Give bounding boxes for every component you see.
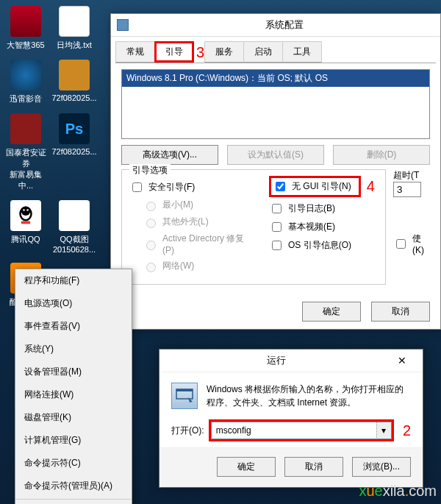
no-gui-boot-checkbox[interactable]: 无 GUI 引导(N) — [269, 176, 361, 197]
open-combobox[interactable]: ▾ — [209, 419, 394, 441]
msconfig-titlebar[interactable]: 系统配置 — [111, 14, 440, 37]
msconfig-window: 系统配置 常规 引导 3 服务 启动 工具 Windows 8.1 Pro (C… — [110, 13, 441, 330]
run-titlebar[interactable]: 运行 ✕ — [159, 349, 423, 372]
desktop-icon-img1[interactable]: 72f082025... — [51, 60, 97, 104]
icon-label: 72f082025... — [51, 147, 96, 156]
svg-point-3 — [23, 209, 25, 211]
set-default-button: 设为默认值(S) — [227, 145, 324, 165]
menu-divider — [15, 499, 132, 500]
safeboot-minimal: 最小(M) — [143, 199, 254, 211]
menu-system[interactable]: 系统(Y) — [15, 338, 132, 361]
tab-boot[interactable]: 引导 — [154, 41, 194, 63]
timeout-label: 超时(T — [393, 169, 430, 182]
desktop-icon-qqjt[interactable]: QQ截图 20150628... — [51, 200, 97, 254]
delete-button: 删除(D) — [333, 145, 430, 165]
qq-icon — [15, 205, 37, 227]
boot-list[interactable]: Windows 8.1 Pro (C:\Windows)：当前 OS; 默认 O… — [121, 69, 430, 139]
run-ok-button[interactable]: 确定 — [217, 457, 276, 477]
menu-computer-mgmt[interactable]: 计算机管理(G) — [15, 429, 132, 452]
run-title: 运行 — [165, 354, 387, 367]
winx-menu: 程序和功能(F) 电源选项(O) 事件查看器(V) 系统(Y) 设备管理器(M)… — [15, 269, 132, 504]
msconfig-title: 系统配置 — [135, 18, 434, 32]
menu-power-options[interactable]: 电源选项(O) — [15, 292, 132, 315]
safeboot-shell: 其他外壳(L) — [143, 216, 254, 228]
desktop-icon-txt[interactable]: 日均浅.txt — [51, 6, 97, 51]
timeout-input[interactable] — [393, 182, 421, 197]
icon-label: QQ截图 20150628... — [53, 235, 96, 254]
ok-button[interactable]: 确定 — [302, 302, 361, 322]
svg-rect-7 — [176, 389, 193, 391]
menu-network[interactable]: 网络连接(W) — [15, 383, 132, 406]
svg-point-2 — [21, 207, 31, 216]
svg-point-4 — [26, 209, 29, 211]
menu-task-manager[interactable]: 任务管理器(T) — [15, 501, 132, 504]
annotation-3: 3 — [196, 44, 204, 61]
menu-programs-features[interactable]: 程序和功能(F) — [15, 269, 132, 292]
safeboot-checkbox[interactable]: 安全引导(F) — [129, 180, 254, 194]
boot-options-group: 引导选项 安全引导(F) 最小(M) 其他外壳(L) — [121, 169, 386, 285]
safeboot-ad: Active Directory 修复(P) — [143, 233, 254, 255]
base-video-checkbox[interactable]: 基本视频(E) — [269, 220, 378, 234]
group-title: 引导选项 — [129, 164, 171, 177]
svg-rect-5 — [21, 221, 31, 224]
run-browse-button[interactable]: 浏览(B)... — [352, 457, 411, 477]
make-permanent-checkbox[interactable]: 使 (K) — [393, 233, 430, 255]
boot-log-checkbox[interactable]: 引导日志(B) — [269, 202, 378, 216]
tabs: 常规 引导 3 服务 启动 工具 — [115, 41, 436, 63]
desktop-icon-qq[interactable]: 腾讯QQ — [3, 200, 49, 254]
icon-label: 腾讯QQ — [11, 235, 40, 244]
menu-device-manager[interactable]: 设备管理器(M) — [15, 361, 132, 383]
cancel-button[interactable]: 取消 — [371, 302, 430, 322]
run-icon — [171, 383, 198, 409]
desktop-icon-xunlei[interactable]: 迅雷影音 — [3, 60, 49, 104]
os-boot-info-checkbox[interactable]: OS 引导信息(O) — [269, 238, 378, 252]
tab-services[interactable]: 服务 — [204, 41, 244, 63]
icon-label: 迅雷影音 — [10, 94, 42, 103]
run-cancel-button[interactable]: 取消 — [284, 457, 343, 477]
desktop-icon-dzh[interactable]: 大智慧365 — [3, 6, 49, 51]
msconfig-icon — [117, 19, 129, 31]
icon-label: 72f082025... — [51, 93, 96, 102]
icon-label: 国泰君安证券 新富易集中... — [6, 148, 46, 190]
safeboot-network: 网络(W) — [143, 260, 254, 272]
menu-cmd[interactable]: 命令提示符(C) — [15, 452, 132, 475]
dropdown-arrow-icon[interactable]: ▾ — [377, 422, 392, 439]
open-label: 打开(O): — [171, 425, 204, 437]
menu-event-viewer[interactable]: 事件查看器(V) — [15, 315, 132, 338]
icon-label: 大智慧365 — [7, 40, 44, 49]
close-button[interactable]: ✕ — [387, 355, 417, 366]
run-dialog: 运行 ✕ Windows 将根据你所输入的名称，为你打开相应的程序、文件夹、文档… — [159, 349, 423, 488]
tab-startup[interactable]: 启动 — [243, 41, 283, 63]
open-input[interactable] — [211, 422, 377, 439]
annotation-4: 4 — [367, 178, 375, 195]
watermark: xuexila.com — [359, 483, 437, 500]
menu-cmd-admin[interactable]: 命令提示符(管理员)(A) — [15, 475, 132, 497]
tab-tools[interactable]: 工具 — [282, 41, 322, 63]
menu-disk-mgmt[interactable]: 磁盘管理(K) — [15, 406, 132, 429]
icon-label: 日均浅.txt — [57, 40, 92, 49]
annotation-2: 2 — [403, 422, 411, 439]
tab-general[interactable]: 常规 — [115, 41, 155, 63]
desktop-icon-gtja[interactable]: 国泰君安证券 新富易集中... — [3, 113, 49, 191]
run-description: Windows 将根据你所输入的名称，为你打开相应的程序、文件夹、文档或 Int… — [207, 383, 411, 409]
timeout-column: 超时(T 使 (K) — [393, 169, 430, 285]
advanced-options-button[interactable]: 高级选项(V)... — [121, 145, 218, 165]
desktop-icon-ps[interactable]: Ps 72f082025... — [51, 113, 97, 191]
boot-entry[interactable]: Windows 8.1 Pro (C:\Windows)：当前 OS; 默认 O… — [122, 70, 429, 87]
